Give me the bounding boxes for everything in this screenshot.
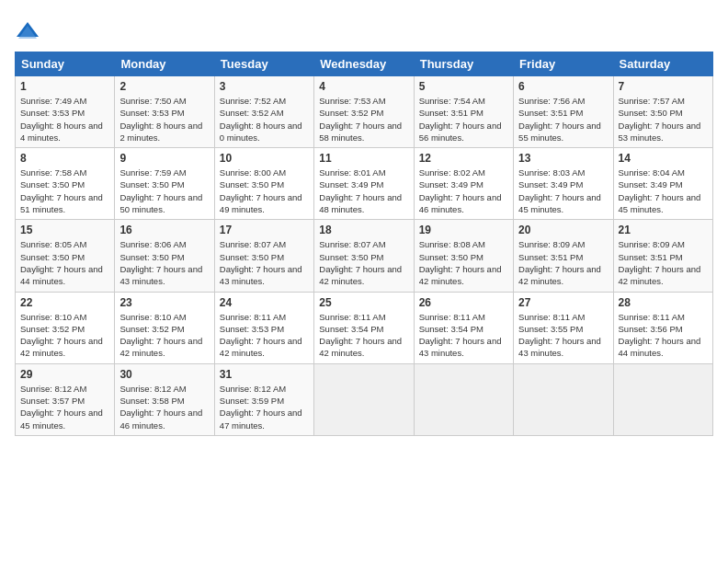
daylight-label: Daylight: 7 hours and 46 minutes. — [419, 192, 502, 214]
sunrise-label: Sunrise: 8:06 AM — [119, 239, 186, 249]
day-number: 10 — [220, 152, 309, 165]
sunset-label: Sunset: 3:56 PM — [619, 324, 683, 334]
day-number: 4 — [319, 80, 408, 93]
calendar-cell: 22 Sunrise: 8:10 AM Sunset: 3:52 PM Dayl… — [16, 292, 115, 363]
weekday-header-wednesday: Wednesday — [314, 52, 414, 76]
day-number: 22 — [20, 296, 109, 309]
daylight-label: Daylight: 7 hours and 44 minutes. — [20, 264, 103, 286]
logo — [15, 18, 44, 44]
sunset-label: Sunset: 3:50 PM — [419, 252, 483, 262]
sunrise-label: Sunrise: 8:12 AM — [119, 384, 186, 394]
daylight-label: Daylight: 7 hours and 45 minutes. — [619, 192, 701, 214]
calendar-cell: 9 Sunrise: 7:59 AM Sunset: 3:50 PM Dayli… — [115, 148, 214, 220]
calendar-cell: 19 Sunrise: 8:08 AM Sunset: 3:50 PM Dayl… — [414, 220, 513, 292]
day-number: 5 — [419, 80, 508, 93]
cell-content: Sunrise: 8:07 AM Sunset: 3:50 PM Dayligh… — [220, 238, 309, 287]
sunrise-label: Sunrise: 8:11 AM — [220, 312, 286, 322]
sunrise-label: Sunrise: 7:52 AM — [220, 96, 286, 106]
sunrise-label: Sunrise: 8:10 AM — [119, 312, 186, 322]
sunset-label: Sunset: 3:49 PM — [518, 179, 583, 190]
page-container: SundayMondayTuesdayWednesdayThursdayFrid… — [0, 0, 728, 443]
sunset-label: Sunset: 3:53 PM — [220, 324, 284, 334]
weekday-header-tuesday: Tuesday — [214, 52, 313, 76]
day-number: 27 — [518, 296, 608, 309]
day-number: 19 — [419, 224, 508, 236]
day-number: 31 — [220, 368, 309, 381]
day-number: 8 — [20, 152, 109, 165]
cell-content: Sunrise: 8:07 AM Sunset: 3:50 PM Dayligh… — [319, 238, 408, 287]
day-number: 3 — [220, 80, 309, 93]
sunrise-label: Sunrise: 7:58 AM — [20, 167, 86, 178]
daylight-label: Daylight: 8 hours and 2 minutes. — [119, 121, 202, 143]
day-number: 14 — [619, 152, 708, 165]
day-number: 25 — [319, 296, 408, 309]
calendar-cell — [314, 363, 414, 435]
sunset-label: Sunset: 3:49 PM — [419, 179, 483, 190]
calendar-cell: 11 Sunrise: 8:01 AM Sunset: 3:49 PM Dayl… — [314, 148, 414, 220]
cell-content: Sunrise: 8:10 AM Sunset: 3:52 PM Dayligh… — [119, 311, 209, 360]
week-row-2: 15 Sunrise: 8:05 AM Sunset: 3:50 PM Dayl… — [16, 220, 713, 292]
sunrise-label: Sunrise: 8:04 AM — [619, 167, 685, 178]
sunrise-label: Sunrise: 8:12 AM — [20, 384, 86, 394]
calendar-cell: 12 Sunrise: 8:02 AM Sunset: 3:49 PM Dayl… — [414, 148, 513, 220]
daylight-label: Daylight: 7 hours and 43 minutes. — [518, 336, 601, 358]
day-number: 11 — [319, 152, 408, 165]
day-number: 26 — [419, 296, 508, 309]
day-number: 16 — [119, 224, 209, 236]
sunset-label: Sunset: 3:50 PM — [619, 108, 683, 118]
cell-content: Sunrise: 8:06 AM Sunset: 3:50 PM Dayligh… — [119, 238, 209, 287]
sunrise-label: Sunrise: 8:07 AM — [319, 239, 385, 249]
cell-content: Sunrise: 8:12 AM Sunset: 3:59 PM Dayligh… — [220, 383, 309, 431]
daylight-label: Daylight: 7 hours and 42 minutes. — [20, 336, 103, 358]
cell-content: Sunrise: 8:11 AM Sunset: 3:56 PM Dayligh… — [619, 311, 708, 360]
sunset-label: Sunset: 3:53 PM — [119, 108, 184, 118]
cell-content: Sunrise: 8:11 AM Sunset: 3:53 PM Dayligh… — [220, 311, 309, 360]
weekday-header-saturday: Saturday — [613, 52, 712, 76]
daylight-label: Daylight: 7 hours and 56 minutes. — [419, 121, 502, 143]
calendar-cell: 4 Sunrise: 7:53 AM Sunset: 3:52 PM Dayli… — [314, 76, 414, 148]
cell-content: Sunrise: 8:09 AM Sunset: 3:51 PM Dayligh… — [619, 238, 708, 287]
sunrise-label: Sunrise: 8:11 AM — [419, 312, 485, 322]
daylight-label: Daylight: 7 hours and 51 minutes. — [20, 192, 103, 214]
sunrise-label: Sunrise: 8:11 AM — [619, 312, 685, 322]
sunset-label: Sunset: 3:50 PM — [119, 252, 184, 262]
sunset-label: Sunset: 3:54 PM — [419, 324, 483, 334]
cell-content: Sunrise: 7:58 AM Sunset: 3:50 PM Dayligh… — [20, 167, 109, 215]
week-row-1: 8 Sunrise: 7:58 AM Sunset: 3:50 PM Dayli… — [16, 148, 713, 220]
sunset-label: Sunset: 3:53 PM — [20, 108, 85, 118]
calendar-cell: 24 Sunrise: 8:11 AM Sunset: 3:53 PM Dayl… — [214, 292, 313, 363]
calendar-cell: 17 Sunrise: 8:07 AM Sunset: 3:50 PM Dayl… — [214, 220, 313, 292]
cell-content: Sunrise: 8:12 AM Sunset: 3:58 PM Dayligh… — [119, 383, 209, 431]
calendar-cell: 7 Sunrise: 7:57 AM Sunset: 3:50 PM Dayli… — [613, 76, 712, 148]
calendar-cell: 13 Sunrise: 8:03 AM Sunset: 3:49 PM Dayl… — [514, 148, 613, 220]
cell-content: Sunrise: 8:03 AM Sunset: 3:49 PM Dayligh… — [518, 167, 608, 215]
cell-content: Sunrise: 7:56 AM Sunset: 3:51 PM Dayligh… — [518, 95, 608, 144]
sunset-label: Sunset: 3:54 PM — [319, 324, 383, 334]
sunset-label: Sunset: 3:57 PM — [20, 396, 85, 406]
sunrise-label: Sunrise: 8:02 AM — [419, 167, 485, 178]
sunrise-label: Sunrise: 8:09 AM — [518, 239, 585, 249]
calendar-cell: 18 Sunrise: 8:07 AM Sunset: 3:50 PM Dayl… — [314, 220, 414, 292]
day-number: 21 — [619, 224, 708, 236]
sunset-label: Sunset: 3:49 PM — [619, 179, 683, 190]
cell-content: Sunrise: 8:05 AM Sunset: 3:50 PM Dayligh… — [20, 238, 109, 287]
cell-content: Sunrise: 8:09 AM Sunset: 3:51 PM Dayligh… — [518, 238, 608, 287]
daylight-label: Daylight: 7 hours and 45 minutes. — [20, 408, 103, 430]
day-number: 9 — [119, 152, 209, 165]
cell-content: Sunrise: 8:08 AM Sunset: 3:50 PM Dayligh… — [419, 238, 508, 287]
sunrise-label: Sunrise: 7:50 AM — [119, 96, 186, 106]
calendar-cell: 8 Sunrise: 7:58 AM Sunset: 3:50 PM Dayli… — [16, 148, 115, 220]
cell-content: Sunrise: 8:10 AM Sunset: 3:52 PM Dayligh… — [20, 311, 109, 360]
daylight-label: Daylight: 7 hours and 58 minutes. — [319, 121, 402, 143]
calendar-cell: 31 Sunrise: 8:12 AM Sunset: 3:59 PM Dayl… — [214, 363, 313, 435]
sunrise-label: Sunrise: 8:09 AM — [619, 239, 685, 249]
week-row-3: 22 Sunrise: 8:10 AM Sunset: 3:52 PM Dayl… — [16, 292, 713, 363]
sunset-label: Sunset: 3:58 PM — [119, 396, 184, 406]
logo-icon — [15, 18, 40, 44]
weekday-header-sunday: Sunday — [16, 52, 115, 76]
day-number: 20 — [518, 224, 608, 236]
sunrise-label: Sunrise: 7:53 AM — [319, 96, 385, 106]
weekday-header-monday: Monday — [115, 52, 214, 76]
weekday-header-thursday: Thursday — [414, 52, 513, 76]
cell-content: Sunrise: 7:59 AM Sunset: 3:50 PM Dayligh… — [119, 167, 209, 215]
